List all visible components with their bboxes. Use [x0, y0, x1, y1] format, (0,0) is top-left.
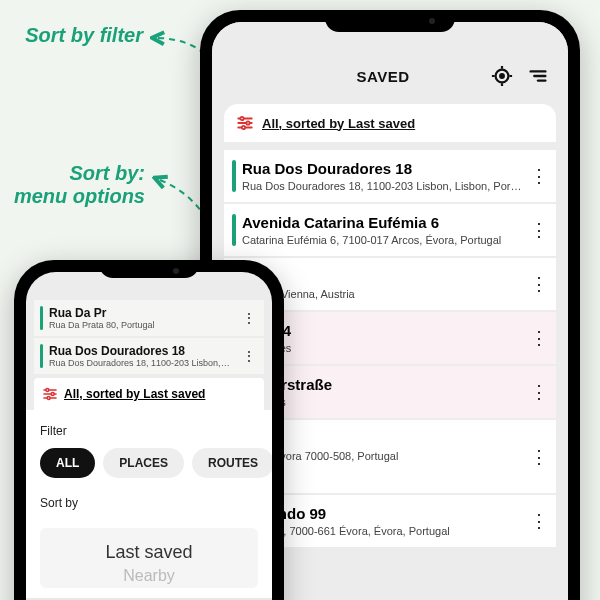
- annotation-menu-options: Sort by: menu options: [10, 162, 145, 208]
- item-title: Avenida Catarina Eufémia 6: [242, 214, 522, 231]
- svg-point-1: [500, 74, 504, 78]
- picker-selected: Last saved: [40, 538, 258, 567]
- svg-point-12: [246, 121, 249, 124]
- kebab-icon[interactable]: ⋮: [528, 228, 550, 232]
- kebab-icon[interactable]: ⋮: [528, 519, 550, 523]
- kebab-icon[interactable]: ⋮: [528, 390, 550, 394]
- sort-filter-chip[interactable]: All, sorted by Last saved: [34, 378, 264, 410]
- item-stripe: [40, 344, 43, 368]
- item-title: Rua Dos Douradores 18: [242, 160, 522, 177]
- svg-point-10: [240, 117, 243, 120]
- sort-picker[interactable]: Last saved Nearby: [40, 528, 258, 588]
- page-title: SAVED: [286, 68, 480, 85]
- annotation-line-2: menu options: [14, 185, 145, 207]
- list-item[interactable]: Rua Dos Douradores 18 Rua Dos Douradores…: [34, 338, 264, 374]
- kebab-icon[interactable]: ⋮: [528, 455, 550, 459]
- kebab-icon[interactable]: ⋮: [528, 282, 550, 286]
- filter-heading: Filter: [40, 424, 258, 438]
- menu-icon[interactable]: [524, 62, 552, 90]
- locate-icon[interactable]: [488, 62, 516, 90]
- item-sub: Rua Dos Douradores 18, 1100-203 Lisbon, …: [242, 180, 522, 192]
- svg-point-16: [46, 389, 49, 392]
- item-stripe: [232, 214, 236, 246]
- item-sub: Catarina Eufémia 6, 7100-017 Arcos, Évor…: [242, 234, 522, 246]
- kebab-icon[interactable]: ⋮: [238, 354, 260, 358]
- annotation-line-1: Sort by:: [69, 162, 145, 184]
- item-title: Rua Dos Douradores 18: [49, 344, 232, 358]
- svg-point-20: [47, 397, 50, 400]
- svg-point-14: [242, 126, 245, 129]
- kebab-icon[interactable]: ⋮: [528, 336, 550, 340]
- filter-chip-row: ALL PLACES ROUTES: [40, 448, 258, 478]
- filter-chip-label: All, sorted by Last saved: [64, 387, 205, 401]
- kebab-icon[interactable]: ⋮: [238, 316, 260, 320]
- filter-chip-label: All, sorted by Last saved: [262, 116, 415, 131]
- annotation-sort-filter: Sort by filter: [8, 24, 143, 47]
- item-title: Rua Da Pr: [49, 306, 232, 320]
- sort-filter-chip[interactable]: All, sorted by Last saved: [224, 104, 556, 142]
- sliders-icon: [42, 386, 58, 402]
- filter-chip-routes[interactable]: ROUTES: [192, 448, 272, 478]
- list-item[interactable]: Rua Dos Douradores 18 Rua Dos Douradores…: [224, 150, 556, 202]
- saved-header: SAVED: [212, 22, 568, 98]
- phone-small: Rua Da Pr Rua Da Prata 80, Portugal ⋮ Ru…: [14, 260, 284, 600]
- filter-chip-places[interactable]: PLACES: [103, 448, 184, 478]
- phone-notch: [99, 260, 199, 278]
- item-sub: Rua Da Prata 80, Portugal: [49, 320, 232, 330]
- sliders-icon: [236, 114, 254, 132]
- picker-option: Nearby: [40, 567, 258, 585]
- phone-notch: [325, 10, 455, 32]
- kebab-icon[interactable]: ⋮: [528, 174, 550, 178]
- list-item[interactable]: Rua Da Pr Rua Da Prata 80, Portugal ⋮: [34, 300, 264, 336]
- item-sub: Rua Dos Douradores 18, 1100-203 Lisbon, …: [49, 358, 232, 368]
- sort-sheet: Filter ALL PLACES ROUTES Sort by Last sa…: [26, 410, 272, 598]
- sort-heading: Sort by: [40, 496, 258, 510]
- item-stripe: [232, 160, 236, 192]
- list-item[interactable]: Avenida Catarina Eufémia 6 Catarina Eufé…: [224, 204, 556, 256]
- item-stripe: [40, 306, 43, 330]
- svg-point-18: [51, 393, 54, 396]
- filter-chip-all[interactable]: ALL: [40, 448, 95, 478]
